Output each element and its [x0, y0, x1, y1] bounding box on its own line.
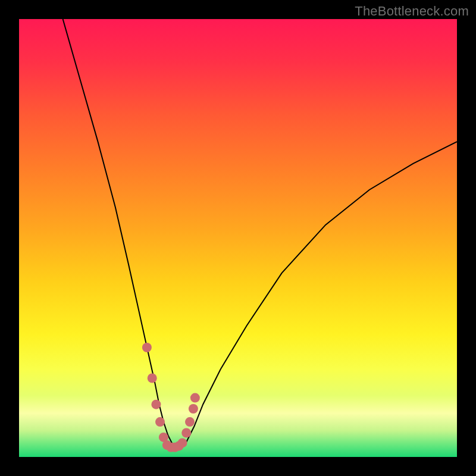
curve-line: [63, 19, 457, 448]
highlight-marker: [142, 343, 152, 352]
highlight-marker: [181, 428, 191, 438]
highlight-marker: [148, 374, 157, 383]
curve-markers: [142, 343, 200, 452]
highlight-marker: [189, 404, 198, 414]
watermark-text: TheBottleneck.com: [355, 4, 469, 19]
highlight-marker: [178, 438, 187, 447]
highlight-marker: [151, 400, 161, 409]
highlight-marker: [190, 393, 200, 403]
plot-area: [19, 19, 457, 457]
highlight-marker: [155, 417, 165, 427]
bottleneck-curve: [19, 19, 457, 457]
highlight-marker: [185, 417, 195, 427]
chart-frame: TheBottleneck.com: [0, 0, 476, 476]
